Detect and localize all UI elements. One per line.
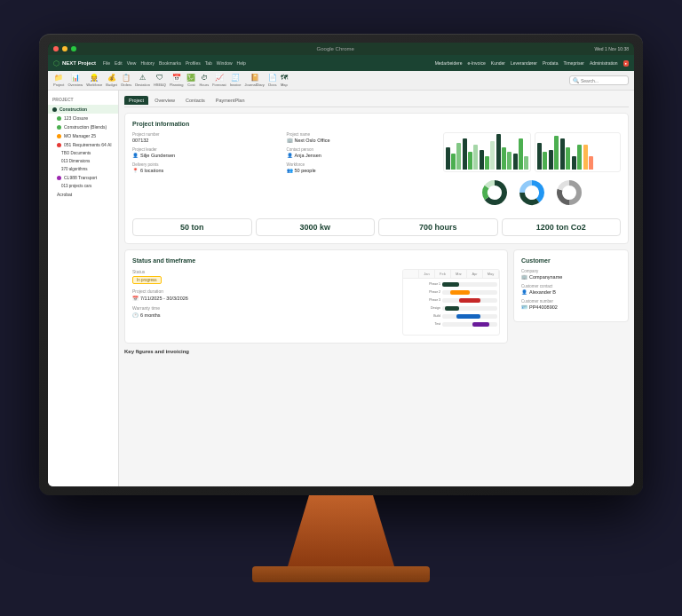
toolbar-map[interactable]: 🗺 Map — [281, 74, 288, 87]
menu-bookmarks[interactable]: Bookmarks — [159, 60, 181, 66]
gantt-bar — [450, 290, 470, 295]
sidebar-item-construction[interactable]: Construction — [48, 105, 118, 114]
bar-group — [583, 145, 593, 170]
nav-timepriser[interactable]: Timepriser — [563, 60, 583, 66]
warranty-section: Warranty time 🕐 6 months — [132, 305, 397, 318]
info-grid-bot: Delivery points 📍 6 locations Workforce — [132, 162, 436, 173]
gantt-month-feb: Feb — [435, 270, 451, 278]
bar — [468, 152, 472, 170]
sidebar-item-transport[interactable]: CL988 Transport — [48, 173, 118, 182]
toolbar-cost[interactable]: 💹 Cost — [186, 74, 195, 87]
bottom-row: Status and timeframe Status In progress — [124, 249, 629, 358]
nav-einvoice[interactable]: e-Invoice — [468, 60, 486, 66]
company-field: Company 🏢 Companyname — [521, 269, 621, 280]
customer-card: Customer Company 🏢 Companyname — [513, 249, 629, 322]
clock-icon: 🕐 — [132, 312, 139, 318]
deviation-icon: ⚠ — [139, 74, 146, 82]
donut-chart-0 — [478, 176, 512, 209]
sidebar-item-closure[interactable]: 123 Closure — [48, 114, 118, 122]
nav-admin[interactable]: Administration — [590, 60, 618, 66]
toolbar-invoice[interactable]: 🧾 Invoice — [230, 74, 242, 87]
gantt-bar — [442, 282, 459, 287]
notification-badge[interactable]: ● — [623, 60, 629, 67]
sidebar-item-tbo-docs[interactable]: TBO Documents — [48, 149, 118, 157]
kpi-kw-value: 3000 kw — [262, 223, 369, 232]
menu-help[interactable]: Help — [237, 60, 246, 66]
bar-chart-1 — [443, 132, 531, 172]
toolbar-workforce[interactable]: 👷 Workforce — [86, 74, 102, 87]
location-icon: 📍 — [132, 168, 139, 173]
toolbar-journal[interactable]: 📔 JournalDiary — [244, 74, 264, 87]
menu-window[interactable]: Window — [217, 60, 233, 66]
bar — [577, 145, 582, 170]
donut-charts-row — [443, 176, 621, 209]
docs-icon: 📄 — [268, 74, 277, 82]
sidebar-item-project-cars[interactable]: 013 projects cars — [48, 182, 118, 190]
toolbar-budget[interactable]: 💰 Budget — [106, 74, 117, 87]
status-value: In progress — [132, 276, 397, 284]
minimize-dot[interactable] — [62, 46, 67, 51]
toolbar-forecast[interactable]: 📈 Forecast — [212, 74, 226, 87]
sidebar-item-013-dimensions[interactable]: 013 Dimensions — [48, 157, 118, 165]
app-chrome: ⬡ NEXT Project File Edit View History Bo… — [48, 55, 634, 486]
gantt-row: Test — [405, 320, 497, 328]
key-figures-heading: Key figures and invoicing — [124, 349, 508, 354]
bar-group — [560, 138, 570, 170]
kpi-ton-value: 50 ton — [139, 223, 246, 232]
toolbar-project[interactable]: 📁 Project — [53, 74, 64, 87]
menu-edit[interactable]: Edit — [115, 60, 123, 66]
tab-payment[interactable]: PaymentPlan — [211, 96, 250, 105]
brand: ⬡ NEXT Project — [53, 59, 96, 67]
project-number-value: 007132 — [132, 138, 282, 143]
company-value: 🏢 Companyname — [521, 274, 621, 280]
menu-view[interactable]: View — [127, 60, 137, 66]
nav-leverandorer[interactable]: Leverandører — [511, 60, 537, 66]
toolbar-orders[interactable]: 📋 Orders — [121, 74, 131, 87]
toolbar-planning[interactable]: 📅 Planning — [170, 74, 184, 87]
menu-profiles[interactable]: Profiles — [186, 60, 201, 66]
toolbar-overview[interactable]: 📊 Overview — [67, 74, 83, 87]
tab-overview[interactable]: Overview — [150, 96, 179, 105]
duration-section: Project duration 📅 7/11/2025 - 30/3/2026 — [132, 288, 397, 301]
overview-icon: 📊 — [71, 74, 80, 82]
customer-contact-value: 👤 Alexander B — [521, 289, 621, 295]
close-dot[interactable] — [53, 46, 59, 51]
sidebar-item-mo-manager[interactable]: MO Manager 25 — [48, 131, 118, 140]
sidebar-item-requirements[interactable]: 051 Requirements 64 AI — [48, 140, 118, 149]
project-info-left: Project number 007132 Project name 🏢 Nex… — [132, 132, 436, 213]
nav-kunder[interactable]: Kunder — [491, 60, 505, 66]
status-label: Status — [132, 269, 397, 274]
warranty-value: 🕐 6 months — [132, 312, 397, 318]
bar — [560, 138, 565, 170]
expand-dot[interactable] — [71, 46, 76, 51]
menu-tab[interactable]: Tab — [205, 60, 212, 66]
info-grid-top: Project number 007132 Project name 🏢 Nex… — [132, 132, 436, 143]
bar — [446, 147, 450, 170]
sidebar-item-construction-blends[interactable]: Construction (Blends) — [48, 122, 118, 131]
tab-contacts[interactable]: Contacts — [181, 96, 210, 105]
toolbar-deviation[interactable]: ⚠ Deviation — [135, 74, 150, 87]
gantt-row: Phase 3 — [405, 296, 497, 304]
search-box[interactable]: 🔍 — [569, 75, 629, 85]
menu-history[interactable]: History — [140, 60, 155, 66]
toolbar-docs[interactable]: 📄 Docs — [268, 74, 277, 87]
calendar-icon: 📅 — [132, 296, 139, 301]
customer-number-value: 🪪 PP44008902 — [521, 304, 621, 310]
search-input[interactable] — [581, 78, 625, 83]
nav-prodata[interactable]: Prodata — [543, 60, 559, 66]
kpi-co2: 1200 ton Co2 — [502, 218, 622, 236]
sidebar-item-algorithms[interactable]: 370 algorithms — [48, 165, 118, 173]
donut-chart-1 — [515, 176, 549, 209]
toolbar-hours[interactable]: ⏱ Hours — [199, 74, 209, 87]
toolbar-hseq[interactable]: 🛡 HSE&Q — [154, 74, 166, 87]
project-info-layout: Project number 007132 Project name 🏢 Nex… — [132, 132, 621, 213]
sidebar-header: Project — [48, 94, 118, 105]
bar-group — [513, 138, 528, 170]
gantt-track — [442, 314, 497, 319]
menu-file[interactable]: File — [103, 60, 110, 66]
tab-project[interactable]: Project — [124, 96, 148, 105]
sidebar-item-acrobat[interactable]: Acrobat — [48, 190, 118, 199]
gantt-header: Jan Feb Mar Apr May — [403, 270, 499, 279]
nav-medarbeidere[interactable]: Medarbeidere — [435, 60, 463, 66]
hours-icon: ⏱ — [201, 74, 208, 82]
